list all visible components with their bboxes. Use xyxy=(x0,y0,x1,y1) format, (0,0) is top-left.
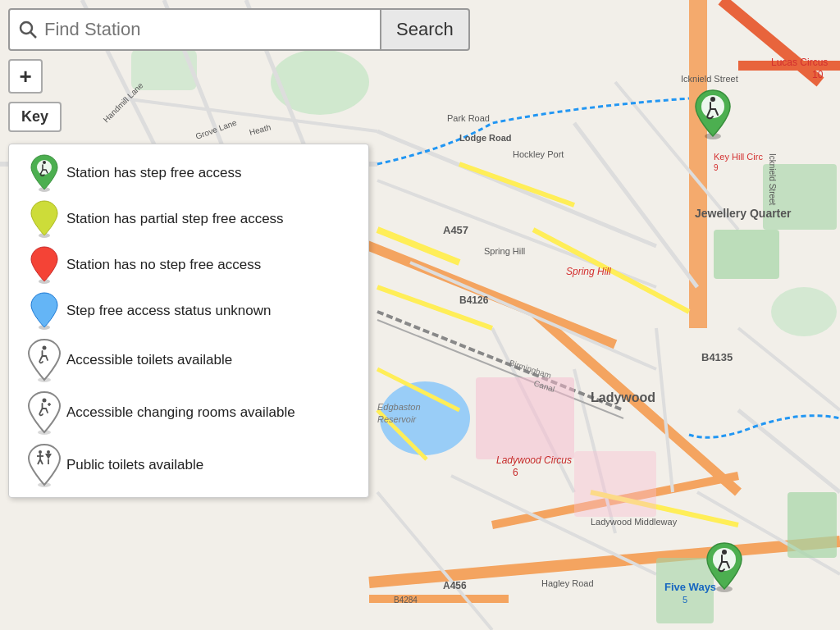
svg-text:Icknield Street: Icknield Street xyxy=(768,153,777,206)
map-pin-jewellery-quarter[interactable] xyxy=(692,89,733,143)
search-input[interactable] xyxy=(44,19,372,40)
svg-text:Key Hill Circ: Key Hill Circ xyxy=(714,152,763,162)
partial-step-free-icon xyxy=(22,200,66,238)
svg-point-81 xyxy=(710,97,715,102)
accessible-changing-icon xyxy=(22,390,66,435)
search-input-wrapper xyxy=(8,8,381,51)
svg-rect-45 xyxy=(574,451,656,517)
svg-rect-39 xyxy=(714,230,779,279)
svg-point-1 xyxy=(271,49,369,115)
svg-line-86 xyxy=(31,33,37,39)
accessible-toilets-label: Accessible toilets available xyxy=(66,351,232,369)
svg-text:Hockley Port: Hockley Port xyxy=(513,149,564,159)
svg-text:Spring Hill: Spring Hill xyxy=(566,266,611,277)
svg-text:B4126: B4126 xyxy=(459,294,489,306)
svg-point-94 xyxy=(43,346,47,350)
legend-panel: Station has step free access Station has… xyxy=(8,144,369,498)
legend-item-accessible-changing: Accessible changing rooms available xyxy=(22,390,355,435)
svg-point-41 xyxy=(771,287,837,336)
svg-text:A457: A457 xyxy=(443,224,468,236)
search-icon xyxy=(18,20,38,39)
accessible-changing-label: Accessible changing rooms available xyxy=(66,404,295,422)
svg-point-89 xyxy=(43,161,46,164)
svg-text:Ladywood: Ladywood xyxy=(591,390,655,404)
legend-item-partial: Station has partial step free access xyxy=(22,200,355,238)
svg-text:6: 6 xyxy=(513,467,518,478)
partial-label: Station has partial step free access xyxy=(66,210,284,228)
legend-item-accessible-toilets: Accessible toilets available xyxy=(22,338,355,382)
public-toilets-label: Public toilets available xyxy=(66,456,203,474)
legend-item-unknown: Step free access status unknown xyxy=(22,292,355,330)
svg-text:10: 10 xyxy=(812,69,824,80)
svg-rect-42 xyxy=(788,492,837,558)
svg-text:Icknield Street: Icknield Street xyxy=(681,74,738,84)
zoom-in-button[interactable]: + xyxy=(8,59,43,94)
svg-text:Ladywood Middleway: Ladywood Middleway xyxy=(591,517,678,527)
svg-point-105 xyxy=(47,450,50,454)
key-button[interactable]: Key xyxy=(8,102,62,132)
unknown-icon xyxy=(22,292,66,330)
no-step-free-icon xyxy=(22,246,66,284)
step-free-label: Station has step free access xyxy=(66,164,242,182)
svg-text:Spring Hill: Spring Hill xyxy=(484,246,525,256)
search-bar: Search xyxy=(8,8,470,51)
svg-text:Lucas Circus: Lucas Circus xyxy=(771,57,828,68)
svg-text:Edgbaston: Edgbaston xyxy=(377,402,421,412)
unknown-label: Step free access status unknown xyxy=(66,302,271,320)
svg-text:Hagley Road: Hagley Road xyxy=(541,578,594,588)
svg-rect-44 xyxy=(476,377,574,459)
map-pin-five-ways[interactable] xyxy=(704,541,745,596)
svg-point-84 xyxy=(722,550,727,555)
svg-text:5: 5 xyxy=(682,595,687,605)
svg-text:Park Road: Park Road xyxy=(447,113,490,123)
svg-text:B4284: B4284 xyxy=(394,596,418,605)
legend-item-public-toilets: Public toilets available xyxy=(22,443,355,487)
legend-item-no-step-free: Station has no step free access xyxy=(22,246,355,284)
step-free-icon xyxy=(22,154,66,192)
svg-point-85 xyxy=(21,22,32,34)
legend-item-step-free: Station has step free access xyxy=(22,154,355,192)
no-step-free-label: Station has no step free access xyxy=(66,256,261,274)
svg-point-100 xyxy=(39,450,42,454)
accessible-toilets-icon xyxy=(22,338,66,382)
svg-point-96 xyxy=(43,399,47,403)
svg-text:Ladywood Circus: Ladywood Circus xyxy=(496,454,572,466)
svg-text:B4135: B4135 xyxy=(701,351,733,363)
search-button[interactable]: Search xyxy=(381,8,470,51)
svg-text:Reservoir: Reservoir xyxy=(377,414,417,424)
svg-text:Lodge Road: Lodge Road xyxy=(459,133,512,143)
svg-text:Jewellery Quarter: Jewellery Quarter xyxy=(695,207,792,220)
svg-text:A456: A456 xyxy=(443,580,467,591)
public-toilets-icon xyxy=(22,443,66,487)
svg-text:9: 9 xyxy=(714,163,719,172)
